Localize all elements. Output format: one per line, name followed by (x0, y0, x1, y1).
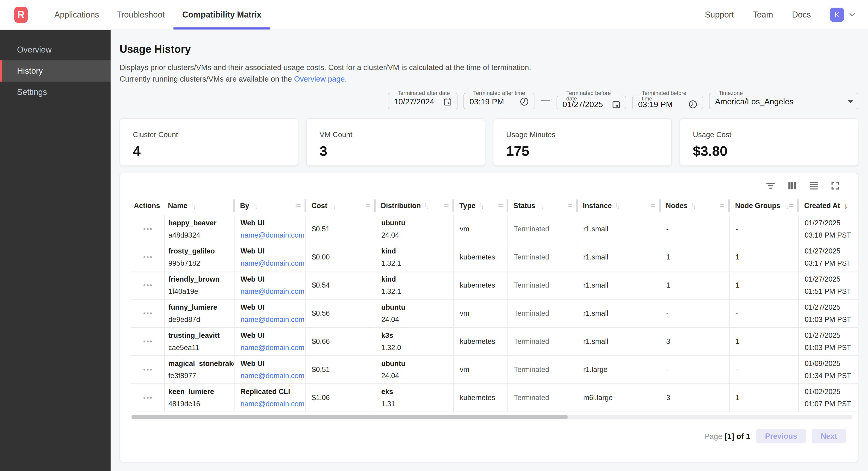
type-value: vm (460, 225, 507, 233)
by-cell: Web UIname@domain.com (234, 215, 306, 243)
row-actions-button[interactable] (141, 394, 154, 401)
status-value: Terminated (514, 281, 577, 289)
timezone-select[interactable]: Timezone America/Los_Angeles (709, 90, 858, 109)
column-menu-icon[interactable]: = (296, 201, 301, 211)
user-menu[interactable]: K (830, 8, 857, 22)
nodes-cell: - (660, 356, 729, 383)
terminated-before-date-input[interactable]: Terminated before date 01/27/2025 (557, 90, 626, 109)
cluster-name: funny_lumiere (168, 303, 234, 312)
row-actions-button[interactable] (141, 366, 154, 373)
created-at-cell: 01/27/202503:17 PM PST (798, 243, 858, 271)
nav-link-docs[interactable]: Docs (792, 10, 811, 20)
creator-email-link[interactable]: name@domain.com (241, 259, 306, 268)
cluster-name: happy_beaver (168, 219, 234, 227)
col-header-type[interactable]: Type↑↓= (453, 197, 507, 215)
sidebar-item-overview[interactable]: Overview (0, 39, 111, 60)
column-menu-icon[interactable]: = (365, 201, 370, 211)
terminated-after-time-input[interactable]: Terminated after time 03:19 PM (464, 90, 534, 109)
creator-email-link[interactable]: name@domain.com (241, 316, 306, 324)
stat-label: Usage Minutes (506, 130, 671, 139)
nav-link-support[interactable]: Support (705, 10, 734, 20)
creator-email-link[interactable]: name@domain.com (241, 344, 306, 352)
next-page-button[interactable]: Next (812, 429, 846, 443)
tab-troubleshoot[interactable]: Troubleshoot (108, 0, 174, 29)
sort-icon[interactable]: ↑↓ (783, 202, 789, 209)
overview-page-link[interactable]: Overview page (294, 75, 345, 83)
col-header-created-at[interactable]: Created At↓ (798, 197, 858, 215)
density-icon[interactable] (808, 179, 819, 192)
cluster-name: magical_stonebraker (168, 359, 234, 368)
filter-icon[interactable] (765, 179, 776, 192)
status-value: Terminated (514, 365, 577, 374)
col-header-node-groups[interactable]: Node Groups↑↓= (729, 197, 798, 215)
column-menu-icon[interactable]: = (720, 201, 724, 211)
column-menu-icon[interactable]: = (789, 201, 794, 211)
creator-email-link[interactable]: name@domain.com (241, 231, 306, 239)
row-actions-button[interactable] (141, 254, 154, 260)
terminated-before-date-value[interactable]: 01/27/2025 (562, 100, 608, 109)
terminated-before-time-value[interactable]: 03:19 PM (638, 100, 684, 109)
tab-compatibility-matrix[interactable]: Compatibility Matrix (174, 0, 270, 29)
terminated-after-time-value[interactable]: 03:19 PM (469, 97, 516, 106)
row-actions-button[interactable] (141, 282, 154, 289)
col-header-by[interactable]: By↑↓= (234, 197, 306, 215)
distribution-cell: ubuntu24.04 (375, 215, 453, 243)
avatar[interactable]: K (830, 8, 844, 22)
clock-icon[interactable] (519, 96, 529, 107)
column-menu-icon[interactable]: = (444, 201, 449, 211)
node-groups-value: - (736, 365, 798, 374)
created-date: 01/27/2025 (805, 275, 858, 284)
replicated-logo[interactable]: R (14, 7, 28, 23)
column-menu-icon[interactable]: = (567, 201, 572, 211)
sidebar-item-settings[interactable]: Settings (0, 82, 111, 103)
node-groups-cell: - (729, 215, 798, 243)
horizontal-scrollbar-thumb[interactable] (131, 415, 568, 419)
sidebar-item-history[interactable]: History (0, 60, 111, 82)
creator-email-link[interactable]: name@domain.com (241, 287, 306, 296)
sort-icon[interactable]: ↑↓ (331, 202, 336, 209)
col-header-instance[interactable]: Instance↑↓= (577, 197, 660, 215)
horizontal-scrollbar-track[interactable] (131, 415, 852, 419)
sort-icon[interactable]: ↑↓ (691, 202, 696, 209)
col-header-cost[interactable]: Cost↑↓= (306, 197, 375, 215)
sort-icon[interactable]: ↑↓ (424, 202, 429, 209)
nodes-value: 1 (666, 253, 729, 261)
sort-icon[interactable]: ↑↓ (615, 202, 620, 209)
col-header-name[interactable]: Name↑↓ (164, 197, 234, 215)
terminated-after-date-value[interactable]: 10/27/2024 (394, 97, 439, 106)
nav-link-team[interactable]: Team (753, 10, 773, 20)
creator-email-link[interactable]: name@domain.com (241, 372, 306, 380)
sort-desc-icon[interactable]: ↓ (844, 201, 848, 211)
clock-icon[interactable] (688, 99, 698, 110)
type-value: kubernetes (460, 393, 507, 402)
calendar-icon[interactable] (443, 97, 453, 107)
type-value: kubernetes (460, 281, 507, 289)
column-menu-icon[interactable]: = (650, 201, 655, 211)
sort-icon[interactable]: ↑↓ (190, 202, 196, 209)
tab-applications[interactable]: Applications (45, 0, 108, 29)
calendar-icon[interactable] (611, 99, 621, 109)
previous-page-button[interactable]: Previous (756, 429, 806, 443)
cost-value: $0.51 (312, 365, 375, 374)
status-value: Terminated (514, 225, 577, 233)
dropdown-arrow-icon[interactable] (848, 100, 853, 103)
col-header-nodes[interactable]: Nodes↑↓= (660, 197, 729, 215)
fullscreen-icon[interactable] (830, 179, 841, 192)
nav-tabs: Applications Troubleshoot Compatibility … (45, 0, 270, 29)
creator-email-link[interactable]: name@domain.com (241, 400, 306, 408)
row-actions-button[interactable] (141, 310, 154, 317)
cost-cell: $0.54 (306, 271, 375, 299)
col-header-distribution[interactable]: Distribution↑↓= (375, 197, 453, 215)
row-actions-button[interactable] (141, 226, 154, 232)
timezone-value[interactable]: America/Los_Angeles (715, 97, 844, 106)
terminated-before-time-input[interactable]: Terminated before time 03:19 PM (632, 90, 703, 109)
column-menu-icon[interactable]: = (498, 201, 503, 211)
sort-icon[interactable]: ↑↓ (538, 202, 544, 209)
columns-icon[interactable] (786, 179, 798, 192)
instance-value: r1.large (583, 365, 660, 374)
terminated-after-date-input[interactable]: Terminated after date 10/27/2024 (388, 90, 458, 109)
row-actions-button[interactable] (141, 338, 154, 345)
sort-icon[interactable]: ↑↓ (479, 202, 484, 209)
sort-icon[interactable]: ↑↓ (252, 202, 258, 209)
col-header-status[interactable]: Status↑↓= (507, 197, 577, 215)
